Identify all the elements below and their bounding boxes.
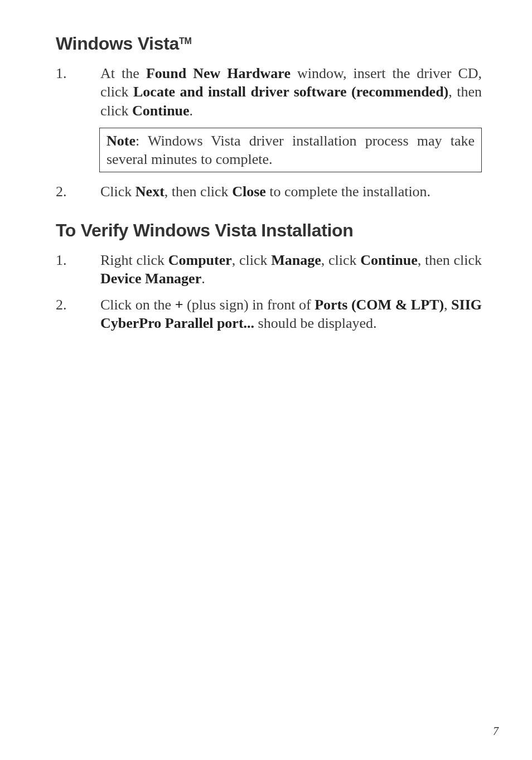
bold-text: Locate and install driver software (reco… xyxy=(133,84,448,100)
list-item: 2. Click Next, then click Close to compl… xyxy=(56,182,482,201)
heading-text: Windows Vista xyxy=(56,33,179,54)
bold-text: Found New Hardware xyxy=(146,65,291,81)
note-box: Note: Windows Vista driver installation … xyxy=(99,128,482,173)
heading-verify: To Verify Windows Vista Installation xyxy=(56,220,482,241)
heading-windows-vista: Windows VistaTM xyxy=(56,33,482,54)
section2: To Verify Windows Vista Installation 1. … xyxy=(56,220,482,333)
section1-list-cont: 2. Click Next, then click Close to compl… xyxy=(56,182,482,201)
page-number: 7 xyxy=(493,725,499,738)
step-number: 2. xyxy=(56,296,100,314)
step-number: 1. xyxy=(56,251,100,269)
bold-text: Ports (COM & LPT) xyxy=(315,297,444,313)
page: Windows VistaTM 1. At the Found New Hard… xyxy=(0,0,532,760)
list-item: 2. Click on the + (plus sign) in front o… xyxy=(56,296,482,333)
step-text: Right click Computer, click Manage, clic… xyxy=(100,251,482,288)
list-item: 1. At the Found New Hardware window, ins… xyxy=(56,64,482,120)
bold-text: Close xyxy=(232,183,266,200)
bold-text: Computer xyxy=(168,252,232,268)
bold-text: Manage xyxy=(271,252,321,268)
step-number: 1. xyxy=(56,64,100,83)
section1-list: 1. At the Found New Hardware window, ins… xyxy=(56,64,482,120)
step-text: Click Next, then click Close to complete… xyxy=(100,182,482,201)
trademark-icon: TM xyxy=(179,36,192,46)
step-text: At the Found New Hardware window, insert… xyxy=(100,64,482,120)
note-text: : Windows Vista driver installation proc… xyxy=(107,133,475,167)
section2-list: 1. Right click Computer, click Manage, c… xyxy=(56,251,482,333)
bold-text: + xyxy=(175,297,183,313)
step-number: 2. xyxy=(56,182,100,201)
bold-text: Device Manager xyxy=(100,270,201,287)
bold-text: Next xyxy=(136,183,165,200)
list-item: 1. Right click Computer, click Manage, c… xyxy=(56,251,482,288)
bold-text: Continue xyxy=(132,103,190,119)
bold-text: Continue xyxy=(360,252,418,268)
step-text: Click on the + (plus sign) in front of P… xyxy=(100,296,482,333)
note-label: Note xyxy=(107,133,136,149)
